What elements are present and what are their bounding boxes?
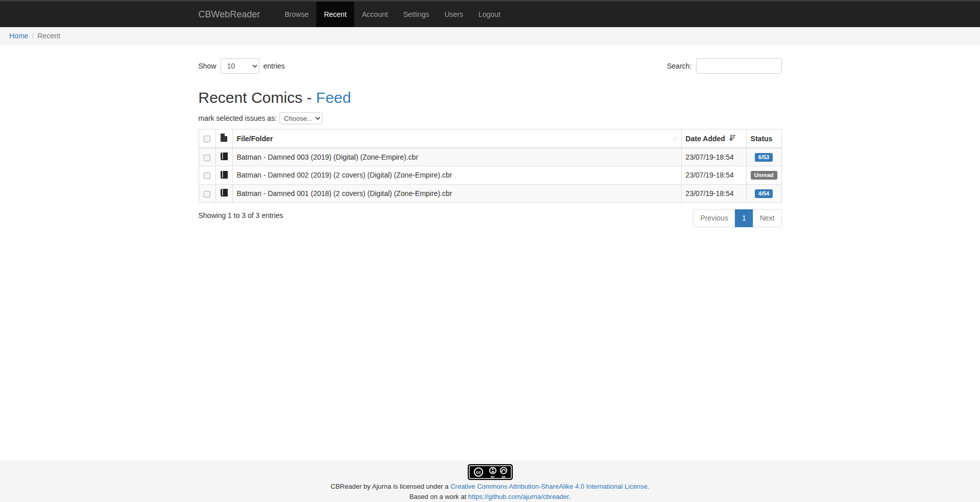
nav-item-account[interactable]: Account — [354, 2, 396, 27]
row-checkbox[interactable] — [204, 191, 210, 198]
nav-item-users[interactable]: Users — [437, 2, 471, 27]
file-name-cell[interactable]: Batman - Damned 001 (2018) (2 covers) (D… — [232, 184, 681, 202]
footer: cc BY SA CBReader by Ajurna is licensed … — [0, 461, 980, 502]
date-added-cell: 23/07/19-18:54 — [681, 148, 746, 166]
page-title: Recent Comics - Feed — [199, 89, 782, 106]
search-label: Search: — [667, 62, 691, 70]
feed-link[interactable]: Feed — [316, 89, 351, 106]
table-row: Batman - Damned 003 (2019) (Digital) (Zo… — [199, 148, 781, 166]
creative-commons-license-icon[interactable]: cc BY SA — [468, 464, 513, 482]
nav-item-browse[interactable]: Browse — [277, 2, 316, 27]
row-checkbox[interactable] — [204, 155, 210, 161]
search-input[interactable] — [696, 58, 782, 74]
pagination-previous[interactable]: Previous — [693, 209, 735, 228]
main-nav: Browse Recent Account Settings Users Log… — [277, 2, 508, 27]
pagination-page-1[interactable]: 1 — [735, 209, 753, 228]
nav-item-recent[interactable]: Recent — [316, 2, 354, 27]
date-added-header-label: Date Added — [686, 135, 725, 143]
table-row: Batman - Damned 002 (2019) (2 covers) (D… — [199, 166, 781, 184]
column-header-status[interactable]: Status — [746, 129, 781, 148]
column-header-file-folder[interactable]: File/Folder ↓↑ — [232, 129, 681, 148]
github-link[interactable]: https://github.com/ajurna/cbreader — [468, 493, 569, 500]
mark-selected-label: mark selected issues as: — [199, 114, 277, 122]
status-badge: 6/53 — [755, 153, 773, 162]
book-icon — [221, 189, 228, 198]
svg-text:cc: cc — [475, 470, 481, 475]
sort-unsorted-icon: ↓↑ — [672, 135, 677, 142]
file-name-cell[interactable]: Batman - Damned 003 (2019) (Digital) (Zo… — [232, 148, 681, 166]
license-line: CBReader by Ajurna is licensed under a C… — [0, 482, 980, 492]
row-checkbox[interactable] — [204, 172, 210, 179]
table-header-row: File/Folder ↓↑ Date Added Status — [199, 129, 781, 148]
nav-item-settings[interactable]: Settings — [396, 2, 437, 27]
source-line: Based on a work at https://github.com/aj… — [0, 492, 980, 502]
brand-cbwebreader[interactable]: CBWebReader — [199, 2, 268, 27]
entries-label: entries — [264, 62, 285, 70]
recent-comics-table: File/Folder ↓↑ Date Added Status — [199, 129, 782, 203]
book-icon — [221, 152, 228, 162]
breadcrumb-current: Recent — [37, 32, 60, 40]
pagination: Previous 1 Next — [693, 209, 781, 228]
cc-by-label: BY — [491, 475, 495, 478]
file-icon — [221, 134, 227, 143]
date-added-cell: 23/07/19-18:54 — [681, 184, 746, 202]
show-label: Show — [199, 62, 216, 70]
sort-descending-icon — [729, 135, 735, 143]
breadcrumb-home-link[interactable]: Home — [9, 32, 28, 40]
status-badge: Unread — [751, 171, 777, 180]
table-controls: Show 10 entries Search: — [199, 58, 782, 74]
breadcrumb: Home/Recent — [0, 27, 980, 45]
file-name-cell[interactable]: Batman - Damned 002 (2019) (2 covers) (D… — [232, 166, 681, 184]
pagination-next[interactable]: Next — [753, 209, 782, 228]
table-row: Batman - Damned 001 (2018) (2 covers) (D… — [199, 184, 781, 202]
status-badge: 4/54 — [755, 189, 773, 198]
nav-item-logout[interactable]: Logout — [471, 2, 508, 27]
page-length-select[interactable]: 10 — [221, 58, 259, 74]
file-folder-header-label: File/Folder — [237, 135, 672, 143]
book-icon — [221, 171, 228, 180]
column-header-date-added[interactable]: Date Added — [681, 129, 746, 148]
cc-license-link[interactable]: Creative Commons Attribution-ShareAlike … — [450, 483, 649, 490]
cc-sa-label: SA — [502, 475, 506, 478]
page-title-text: Recent Comics - — [199, 89, 316, 106]
select-all-checkbox[interactable] — [204, 136, 210, 142]
date-added-cell: 23/07/19-18:54 — [681, 166, 746, 184]
mark-selected-row: mark selected issues as: Choose... — [199, 112, 782, 124]
table-info: Showing 1 to 3 of 3 entries — [199, 211, 284, 220]
navbar: CBWebReader Browse Recent Account Settin… — [0, 0, 980, 27]
breadcrumb-separator: / — [28, 32, 37, 40]
mark-as-select[interactable]: Choose... — [279, 112, 322, 124]
